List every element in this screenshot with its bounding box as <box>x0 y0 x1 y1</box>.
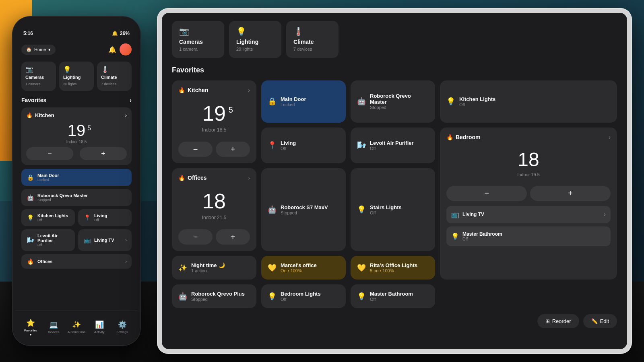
kitchen-minus-btn[interactable]: − <box>178 142 213 157</box>
stairs-lights-info: Stairs Lights Off <box>370 204 402 215</box>
phone-nav-favorites[interactable]: ⭐ Favorites <box>19 319 42 335</box>
living-device-info: Living Off <box>281 140 296 151</box>
tablet-master-bathroom[interactable]: 💡 Master Bathroom Off <box>351 284 435 308</box>
tablet-screen: 📷 Cameras 1 camera 💡 Lighting 20 lights … <box>162 13 627 349</box>
bedroom-arrow-icon: › <box>609 134 611 140</box>
living-device-status: Off <box>281 146 296 151</box>
tablet-roborock-master[interactable]: 🤖 Roborock Qrevo Master Stopped <box>351 80 435 123</box>
tablet-living[interactable]: 📍 Living Off <box>261 128 346 164</box>
bedroom-card-header: 🔥 Bedroom › <box>446 134 611 140</box>
phone-nav-activity[interactable]: 📊 Activity <box>88 320 111 334</box>
tablet-marcels-office[interactable]: 💛 Marcel's office On • 100% <box>261 256 346 280</box>
phone-cat-climate-name: Climate <box>101 75 128 80</box>
phone-kitchen-card[interactable]: 🔥 Kitchen › 195 Indoor 18.5 − + <box>21 107 132 165</box>
favorites-nav-label: Favorites <box>24 329 37 332</box>
tablet-cat-lighting[interactable]: 💡 Lighting 20 lights <box>229 21 281 58</box>
kitchen-temp-value: 195 <box>202 101 226 125</box>
kitchen-flame-icon: 🔥 <box>26 112 33 118</box>
bedroom-temp-value: 18 <box>518 148 539 171</box>
phone-kitchen-minus-btn[interactable]: − <box>26 147 73 160</box>
tablet-bedroom-card[interactable]: 🔥 Bedroom › 18 Indoor 19.5 − + <box>440 128 617 280</box>
phone-levoit[interactable]: 🌬️ Levoit Air Purifier Off <box>21 229 75 251</box>
tablet-kitchen-lights[interactable]: 💡 Kitchen Lights Off <box>440 80 617 123</box>
kitchen-lights-device-status: Off <box>459 102 495 107</box>
tablet-kitchen-card[interactable]: 🔥 Kitchen › 195 Indoor 18.5 − + <box>172 80 256 163</box>
favorites-arrow[interactable]: › <box>130 97 132 103</box>
reorder-button[interactable]: ⊞ Reorder <box>537 314 579 328</box>
phone-nav-devices[interactable]: 💻 Devices <box>42 320 65 334</box>
camera-icon: 📷 <box>25 66 52 73</box>
phone-cat-climate-sub: 7 devices <box>101 82 116 86</box>
phone-cat-climate[interactable]: 🌡️ Climate 7 devices <box>97 62 132 91</box>
main-door-device-status: Locked <box>281 102 306 107</box>
tablet-cat-climate[interactable]: 🌡️ Climate 7 devices <box>286 21 339 58</box>
living-tv-device-arrow: › <box>604 211 606 218</box>
roborock-s7-name: Roborock S7 MaxV <box>281 204 328 210</box>
kitchen-card-arrow: › <box>248 87 250 93</box>
phone-cat-cameras-name: Cameras <box>25 75 52 80</box>
living-info: Living Off <box>94 213 127 222</box>
tablet-offices-card[interactable]: 🔥 Offices › 18 Indoor 21.5 − + <box>172 168 256 251</box>
tablet-cat-cameras[interactable]: 📷 Cameras 1 camera <box>172 21 224 58</box>
master-bathroom-status: Off <box>370 297 413 302</box>
favorites-nav-icon: ⭐ <box>26 319 35 327</box>
roborock-master-name: Roborock Qrevo Master <box>37 193 124 198</box>
tablet-stairs-lights-inner[interactable]: 💡 Master Bathroom Off <box>446 226 611 246</box>
tablet-main-door[interactable]: 🔒 Main Door Locked <box>261 80 346 123</box>
kitchen-indoor-label: Indoor 18.5 <box>178 127 250 133</box>
phone-kitchen-plus-btn[interactable]: + <box>80 147 127 160</box>
living-device-icon: 📍 <box>268 141 277 150</box>
phone-roborock-master[interactable]: 🤖 Roborock Qrevo Master Stopped <box>21 189 132 206</box>
climate-icon: 🌡️ <box>101 66 128 73</box>
roborock-master-status: Stopped <box>37 198 124 202</box>
kitchen-controls: − + <box>178 142 250 157</box>
living-name: Living <box>94 213 127 218</box>
phone-kitchen-header: 🔥 Kitchen › <box>26 112 127 118</box>
tablet-roborock-s7[interactable]: 🤖 Roborock S7 MaxV Stopped <box>261 168 346 251</box>
roborock-master-info: Roborock Qrevo Master Stopped <box>37 193 124 202</box>
phone-living-tv[interactable]: 📺 Living TV › <box>78 229 132 251</box>
tablet-bedroom-lights[interactable]: 💡 Bedroom Lights Off <box>261 284 346 308</box>
phone-home-badge[interactable]: 🏠 Home ▾ <box>21 45 56 55</box>
tablet-lighting-sub: 20 lights <box>236 47 253 51</box>
offices-plus-btn[interactable]: + <box>216 229 250 245</box>
phone-cat-cameras[interactable]: 📷 Cameras 1 camera <box>21 62 56 91</box>
edit-button[interactable]: ✏️ Edit <box>583 314 617 328</box>
tablet-night-time[interactable]: ✨ Night time 🌙 1 action <box>172 256 256 280</box>
bedroom-minus-btn[interactable]: − <box>446 186 527 201</box>
phone-nav-settings[interactable]: ⚙️ Settings <box>111 320 134 334</box>
bedroom-plus-btn[interactable]: + <box>530 186 611 201</box>
offices-minus-btn[interactable]: − <box>178 229 213 245</box>
bedroom-heat-icon: 🔥 <box>446 134 453 140</box>
offices-temp-value: 18 <box>202 189 226 213</box>
kitchen-temp-display: 195 Indoor 18.5 <box>178 97 250 137</box>
phone-main-door[interactable]: 🔒 Main Door Locked <box>21 169 132 186</box>
tablet-climate-sub: 7 devices <box>293 47 312 51</box>
phone-avatar[interactable] <box>120 43 132 56</box>
living-tv-device-info: Living TV <box>462 212 601 217</box>
stairs-lights-inner-name: Master Bathroom <box>462 231 606 237</box>
offices-title: 🔥 Offices <box>178 175 206 181</box>
phone-cat-lighting[interactable]: 💡 Lighting 20 lights <box>59 62 94 91</box>
phone-main-door-info: Main Door Locked <box>37 173 127 182</box>
phone-offices[interactable]: 🔥 Offices › <box>21 254 132 269</box>
phone-nav-automations[interactable]: ✨ Automations <box>65 320 88 334</box>
phone-content: 🏠 Home ▾ 🔔 📷 Cameras 1 camera 💡 <box>15 39 138 343</box>
phone-kitchen-lights[interactable]: 💡 Kitchen Lights Off <box>21 209 75 226</box>
stairs-lights-icon: 💡 <box>357 205 366 214</box>
levoit-status: Off <box>37 243 70 247</box>
phone-header: 🏠 Home ▾ 🔔 <box>21 43 132 56</box>
phone-bell-icon[interactable]: 🔔 <box>108 46 116 53</box>
kitchen-card-header: 🔥 Kitchen › <box>178 87 250 93</box>
marcels-office-info: Marcel's office On • 100% <box>281 262 317 273</box>
tablet-living-tv[interactable]: 📺 Living TV › <box>446 206 611 223</box>
phone-cat-lighting-name: Lighting <box>63 75 90 80</box>
levoit-icon: 🌬️ <box>26 237 34 243</box>
tablet-roborock-plus[interactable]: 🤖 Roborock Qrevo Plus Stopped <box>172 284 256 308</box>
tablet-levoit[interactable]: 🌬️ Levoit Air Purifier Off <box>351 128 435 164</box>
kitchen-plus-btn[interactable]: + <box>216 142 250 157</box>
phone-living[interactable]: 📍 Living Off <box>78 209 132 226</box>
tablet-stairs-lights[interactable]: 💡 Stairs Lights Off <box>351 168 435 251</box>
tablet-ritas-office[interactable]: 💛 Rita's Office Lights 5 on • 100% <box>351 256 435 280</box>
living-tv-device-name: Living TV <box>462 212 601 217</box>
